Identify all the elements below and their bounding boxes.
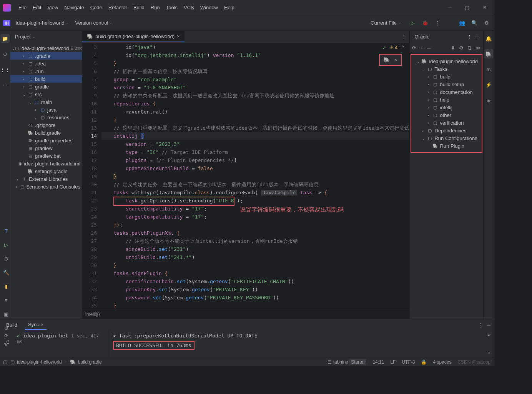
- add-icon[interactable]: +: [420, 45, 423, 51]
- tree-item[interactable]: 🐘build.gradle: [10, 129, 82, 137]
- line-separator[interactable]: LF: [390, 359, 396, 365]
- ai-assistant-icon[interactable]: ⚡: [484, 80, 493, 89]
- panel-more-icon[interactable]: ⋮: [478, 322, 483, 328]
- gradle-tree-item[interactable]: ›▢intellij: [414, 104, 479, 111]
- commit-tool-button[interactable]: ⊙: [0, 49, 10, 58]
- file-encoding[interactable]: UTF-8: [402, 359, 415, 365]
- maven-tool-button[interactable]: m: [484, 65, 493, 74]
- gradle-elephant-icon[interactable]: 🐘: [384, 57, 390, 63]
- menu-refactor[interactable]: Refactor: [105, 3, 130, 12]
- build-tool-button[interactable]: 🔨: [2, 268, 11, 277]
- gradle-tree-item[interactable]: ›▢other: [414, 111, 479, 119]
- tree-item[interactable]: ›▢gradle: [10, 83, 82, 90]
- structure-tool-button[interactable]: ⋮⋮: [0, 65, 10, 74]
- inspection-chevron-icon[interactable]: ⌃: [401, 45, 405, 50]
- menu-view[interactable]: View: [44, 3, 61, 12]
- problems-tool-button[interactable]: ⊘: [2, 323, 11, 332]
- tree-item[interactable]: ›▢java: [10, 106, 82, 114]
- gradle-tree-item[interactable]: 🐘Run Plugin: [414, 142, 479, 150]
- tree-item[interactable]: ›▢.idea: [10, 60, 82, 67]
- services-tool-button[interactable]: ▮: [2, 282, 11, 291]
- tree-item[interactable]: ◌.gitignore: [10, 121, 82, 129]
- tabnine-icon[interactable]: T: [2, 226, 11, 235]
- vcs-selector[interactable]: Version control ⌄: [72, 18, 116, 27]
- gradle-tree-item[interactable]: ›▢help: [414, 96, 479, 104]
- tabnine-status[interactable]: ☰ tabnine Starter: [328, 359, 366, 365]
- gradle-tree-item[interactable]: ›▢Dependencies: [414, 127, 479, 134]
- gradle-tree-item[interactable]: ›▢build: [414, 73, 479, 80]
- maximize-button[interactable]: ▢: [461, 5, 473, 10]
- chevron-down-icon[interactable]: ⌄: [32, 35, 35, 39]
- menu-build[interactable]: Build: [130, 3, 148, 12]
- memory-indicator[interactable]: CSDN @catoop: [457, 359, 490, 365]
- menu-file[interactable]: File: [15, 3, 30, 12]
- tree-item[interactable]: ⌄▢src: [10, 90, 82, 98]
- tree-item[interactable]: ⌄▢main: [10, 98, 82, 106]
- gradle-hide-icon[interactable]: ─: [475, 34, 479, 40]
- project-selector[interactable]: idea-plugin-helloworld ⌄: [13, 18, 72, 27]
- tool-windows-icon[interactable]: ▢: [3, 359, 7, 365]
- menu-edit[interactable]: Edit: [30, 3, 44, 12]
- menu-vcs[interactable]: VCS: [181, 3, 197, 12]
- layers-icon[interactable]: ≡: [2, 296, 11, 305]
- close-notification-icon[interactable]: ×: [394, 57, 397, 63]
- code-with-me-icon[interactable]: 👥: [458, 19, 466, 27]
- tree-item[interactable]: ›▢.gradle: [10, 52, 82, 60]
- download-icon[interactable]: ⬇: [451, 45, 455, 51]
- no-errors-icon[interactable]: ✓: [382, 45, 386, 50]
- collapse-icon[interactable]: ≫: [475, 45, 481, 51]
- warnings-indicator[interactable]: ⚠4: [389, 45, 397, 50]
- tree-item[interactable]: ›▢resources: [10, 114, 82, 121]
- refresh-icon[interactable]: ⟳: [412, 45, 416, 51]
- editor-more-icon[interactable]: ⋮: [401, 34, 406, 40]
- run-config-selector[interactable]: Current File ⌄: [367, 18, 404, 27]
- breadcrumb-project[interactable]: idea-plugin-helloworld: [17, 359, 62, 365]
- close-button[interactable]: ✕: [479, 5, 490, 10]
- minimize-button[interactable]: ─: [444, 5, 455, 10]
- tree-item[interactable]: ⚙gradle.properties: [10, 137, 82, 144]
- gradle-tool-button[interactable]: 🐘: [484, 49, 493, 58]
- notifications-icon[interactable]: 🔔: [484, 34, 493, 43]
- scroll-right-icon[interactable]: ›: [487, 350, 490, 356]
- expand-icon[interactable]: ⇅: [467, 45, 472, 51]
- indent-info[interactable]: 4 spaces: [433, 359, 451, 365]
- project-tool-button[interactable]: 📁: [0, 34, 10, 43]
- menu-code[interactable]: Code: [87, 3, 105, 12]
- run-tool-button[interactable]: ▷: [2, 240, 11, 249]
- tree-item[interactable]: ›▢.run: [10, 67, 82, 75]
- search-icon[interactable]: 🔍: [470, 19, 478, 27]
- settings-icon[interactable]: ⚙: [483, 19, 490, 27]
- gradle-tree-item[interactable]: ›▢build setup: [414, 80, 479, 88]
- python-console-button[interactable]: ⊖: [2, 254, 11, 263]
- tree-item[interactable]: ▤gradlew: [10, 144, 82, 152]
- database-tool-button[interactable]: ◈: [484, 95, 493, 105]
- tree-item[interactable]: ⌄▢idea-plugin-helloworldE:\cod: [10, 44, 82, 52]
- lock-icon[interactable]: 🔒: [421, 359, 427, 365]
- menu-help[interactable]: Help: [221, 3, 238, 12]
- menu-navigate[interactable]: Navigate: [61, 3, 87, 12]
- tree-item[interactable]: ›▢Scratches and Consoles: [10, 183, 82, 190]
- soft-wrap-icon[interactable]: ↩: [487, 332, 490, 338]
- tree-item[interactable]: ›▢build: [10, 75, 82, 83]
- code-editor[interactable]: id("java") id("org.jetbrains.intellij") …: [101, 43, 409, 310]
- gradle-tree-item[interactable]: ›▢documentation: [414, 88, 479, 96]
- tree-item[interactable]: 🐘settings.gradle: [10, 167, 82, 175]
- gradle-tree-item[interactable]: ›▢verification: [414, 119, 479, 127]
- remove-icon[interactable]: ─: [427, 45, 431, 51]
- tree-item[interactable]: ◉idea-plugin-helloworld.iml: [10, 160, 82, 167]
- terminal-tool-button[interactable]: ▣: [2, 309, 11, 319]
- more-actions-button[interactable]: ⋮: [434, 19, 441, 27]
- gradle-tree-item[interactable]: ⌄▢Run Configurations: [414, 134, 479, 142]
- sync-tab[interactable]: Sync ×: [25, 320, 47, 330]
- gradle-tree-item[interactable]: ⌄▢Tasks: [414, 65, 479, 73]
- run-button[interactable]: ▷: [409, 19, 417, 27]
- debug-button[interactable]: 🐞: [421, 19, 429, 27]
- caret-position[interactable]: 14:11: [372, 359, 384, 365]
- menu-window[interactable]: Window: [197, 3, 221, 12]
- git-tool-button[interactable]: ⎇: [2, 337, 11, 346]
- panel-hide-icon[interactable]: ─: [487, 322, 490, 328]
- menu-run[interactable]: Run: [148, 3, 163, 12]
- execute-icon[interactable]: ⚙: [459, 45, 464, 51]
- more-tool-button[interactable]: ⋯: [0, 80, 10, 89]
- gradle-tree-item[interactable]: ⌄🐘idea-plugin-helloworld: [414, 57, 479, 65]
